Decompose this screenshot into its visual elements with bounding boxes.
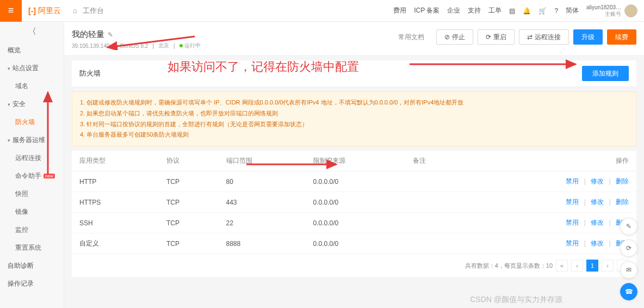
page-first[interactable]: « bbox=[556, 260, 568, 272]
page-1[interactable]: 1 bbox=[586, 260, 598, 272]
add-rule-button[interactable]: 添加规则 bbox=[582, 66, 629, 81]
sidebar-item-操作记录[interactable]: 操作记录 bbox=[0, 275, 64, 293]
col-备注: 备注 bbox=[405, 151, 465, 171]
row-disable[interactable]: 禁用 bbox=[566, 198, 579, 206]
float-history-icon[interactable]: ⟳ bbox=[620, 239, 637, 257]
sidebar-item-远程连接[interactable]: 远程连接 bbox=[0, 149, 64, 167]
server-os: CentOS 8.2 bbox=[120, 43, 148, 49]
home-icon[interactable]: ⌂ bbox=[73, 7, 77, 15]
col-限制IP来源: 限制IP来源 bbox=[306, 151, 406, 171]
server-state: 运行中 bbox=[184, 42, 201, 48]
server-ip: 39.105.139.140 bbox=[72, 43, 110, 49]
workarea-link[interactable]: 工作台 bbox=[83, 6, 104, 16]
remote-button[interactable]: ⇄ 远程连接 bbox=[519, 29, 569, 45]
sidebar-item-站点设置[interactable]: ▾站点设置 bbox=[0, 59, 64, 77]
sidebar-item-监控[interactable]: 监控 bbox=[0, 221, 64, 239]
sidebar-item-防火墙[interactable]: 防火墙 bbox=[0, 113, 64, 131]
table-row: HTTPTCP800.0.0.0/0禁用 | 修改 | 删除 bbox=[72, 171, 636, 192]
user-sub: 主账号 bbox=[586, 11, 621, 17]
page-prev[interactable]: ‹ bbox=[571, 260, 583, 272]
row-edit[interactable]: 修改 bbox=[591, 198, 604, 206]
page-title: 我的轻量 bbox=[72, 29, 104, 40]
top-link-ticket[interactable]: 工单 bbox=[488, 6, 501, 15]
sidebar-back[interactable]: 〈 bbox=[0, 22, 64, 41]
sidebar-item-镜像[interactable]: 镜像 bbox=[0, 203, 64, 221]
float-edit-icon[interactable]: ✎ bbox=[620, 218, 637, 235]
col-端口范围: 端口范围 bbox=[219, 151, 306, 171]
sidebar-item-快照[interactable]: 快照 bbox=[0, 185, 64, 203]
page-next[interactable]: › bbox=[602, 260, 614, 272]
logo[interactable]: [-] 阿里云 bbox=[22, 6, 67, 16]
row-disable[interactable]: 禁用 bbox=[566, 177, 579, 185]
float-chat-icon[interactable]: ✉ bbox=[620, 261, 637, 279]
table-row: SSHTCP220.0.0.0/0禁用 | 修改 | 删除 bbox=[72, 213, 636, 233]
firewall-table: 应用类型协议端口范围限制IP来源备注操作 HTTPTCP800.0.0.0/0禁… bbox=[72, 151, 636, 254]
edit-title-icon[interactable]: ✎ bbox=[108, 31, 113, 39]
watermark: CSDN @颜值与实力并存源 bbox=[470, 295, 562, 305]
avatar bbox=[624, 4, 637, 17]
sidebar-item-自助诊断[interactable]: 自助诊断 bbox=[0, 257, 64, 275]
server-region: 北京 bbox=[158, 42, 169, 50]
icon-help[interactable]: ? bbox=[554, 7, 558, 15]
row-disable[interactable]: 禁用 bbox=[566, 219, 579, 226]
row-delete[interactable]: 删除 bbox=[616, 198, 629, 206]
renew-button[interactable]: 续费 bbox=[607, 29, 636, 45]
pager-total: 共有数据：4，每页显示条数：10 bbox=[465, 262, 553, 270]
top-link-lang[interactable]: 简体 bbox=[566, 6, 579, 15]
sidebar-item-重置系统[interactable]: 重置系统 bbox=[0, 239, 64, 257]
sidebar-item-概览[interactable]: 概览 bbox=[0, 41, 64, 59]
pagination: 共有数据：4，每页显示条数：10 « ‹ 1 › » bbox=[72, 254, 636, 277]
status-dot bbox=[179, 44, 183, 47]
sidebar-item-服务器运维[interactable]: ▾服务器运维 bbox=[0, 131, 64, 149]
top-link-support[interactable]: 支持 bbox=[468, 6, 481, 15]
user-menu[interactable]: aliyun18203… 主账号 bbox=[586, 4, 637, 17]
col-操作: 操作 bbox=[465, 151, 636, 171]
row-edit[interactable]: 修改 bbox=[591, 219, 604, 226]
row-edit[interactable]: 修改 bbox=[591, 239, 604, 247]
stop-button[interactable]: ⊘ 停止 bbox=[436, 29, 473, 45]
sidebar-item-域名[interactable]: 域名 bbox=[0, 77, 64, 95]
top-link-fee[interactable]: 费用 bbox=[393, 6, 406, 15]
row-edit[interactable]: 修改 bbox=[591, 177, 604, 185]
icon-app[interactable]: ▤ bbox=[509, 7, 515, 15]
docs-link[interactable]: 常用文档 bbox=[391, 29, 432, 45]
float-support-icon[interactable]: ☎ bbox=[620, 283, 637, 300]
sidebar-item-安全[interactable]: ▾安全 bbox=[0, 95, 64, 113]
col-应用类型: 应用类型 bbox=[72, 151, 159, 171]
logo-text: 阿里云 bbox=[38, 6, 61, 16]
col-协议: 协议 bbox=[159, 151, 218, 171]
icon-cart[interactable]: 🛒 bbox=[538, 7, 547, 15]
row-disable[interactable]: 禁用 bbox=[566, 239, 579, 247]
table-row: HTTPSTCP4430.0.0.0/0禁用 | 修改 | 删除 bbox=[72, 192, 636, 213]
logo-icon: [-] bbox=[28, 7, 36, 15]
row-delete[interactable]: 删除 bbox=[616, 177, 629, 185]
user-name: aliyun18203… bbox=[586, 4, 621, 11]
menu-toggle[interactable]: ≡ bbox=[0, 0, 22, 22]
card-title: 防火墙 bbox=[79, 69, 101, 78]
notice-box: 1. 创建或修改防火墙规则时，需确保源可填写单个 IP、CIDR 网段或0.0.… bbox=[72, 91, 636, 146]
icon-bell[interactable]: 🔔 bbox=[523, 7, 531, 15]
restart-button[interactable]: ⟳ 重启 bbox=[478, 29, 515, 45]
top-link-icp[interactable]: ICP 备案 bbox=[414, 6, 439, 15]
upgrade-button[interactable]: 升级 bbox=[573, 29, 603, 45]
table-row: 自定义TCP88880.0.0.0/0禁用 | 修改 | 删除 bbox=[72, 233, 636, 254]
sidebar-item-命令助手[interactable]: 命令助手new bbox=[0, 167, 64, 185]
top-link-enterprise[interactable]: 企业 bbox=[447, 6, 460, 15]
